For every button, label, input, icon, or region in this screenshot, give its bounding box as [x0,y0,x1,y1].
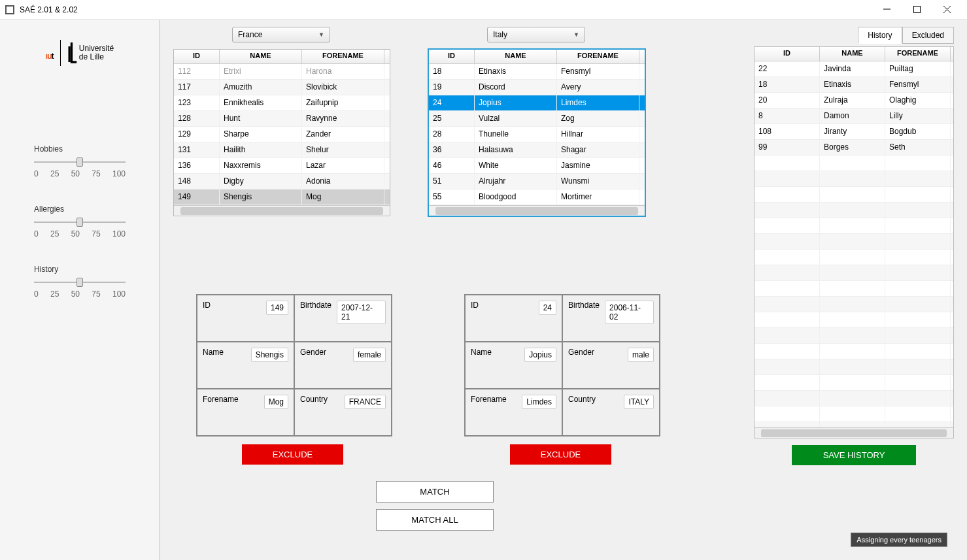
table-row[interactable]: 117AmuzithSlovibick [174,80,390,95]
detail-name-value: Jopius [524,348,556,362]
table-row[interactable]: 136NaxxremisLazar [174,158,390,174]
table-row[interactable]: 24JopiusLimdes [429,95,645,111]
table-row[interactable] [755,312,953,328]
detail-gender-value: male [628,348,654,362]
table-row[interactable] [755,265,953,281]
table-row[interactable]: 131HailithShelur [174,142,390,158]
table-row[interactable]: 8DamonLilly [755,108,953,124]
table-row[interactable] [755,406,953,422]
exclude-right-button[interactable]: EXCLUDE [510,444,611,465]
table-row[interactable] [755,156,953,171]
right-table[interactable]: ID NAME FORENAME 18EtinaxisFensmyl19Disc… [428,49,645,216]
match-button[interactable]: MATCH [376,481,494,502]
slider-track[interactable] [34,157,126,167]
table-row[interactable]: 18EtinaxisFensmyl [755,77,953,93]
table-row[interactable] [755,344,953,359]
detail-birthdate: Birthdate2007-12-21 [294,295,392,342]
match-all-button[interactable]: MATCH ALL [376,509,494,531]
table-row[interactable]: 148DigbyAdonia [174,174,390,189]
detail-birthdate-value: 2007-12-21 [337,301,386,324]
maximize-button[interactable] [902,0,932,20]
detail-gender: Gendermale [562,342,660,389]
detail-country-value: ITALY [624,395,654,409]
tab-excluded[interactable]: Excluded [902,27,954,44]
table-row[interactable]: 112EtrixiHarona [174,64,390,80]
col-forename[interactable]: FORENAME [885,47,951,61]
table-row[interactable]: 22JavindaPuiltag [755,61,953,77]
sidebar: ıut |⎣ Universitéde Lille Hobbies 025507… [0,20,160,560]
exclude-left-button[interactable]: EXCLUDE [242,444,343,465]
col-id[interactable]: ID [174,50,220,63]
table-row[interactable]: 149ShengisMog [174,189,390,205]
detail-forename: ForenameLimdes [465,389,562,436]
detail-name: NameJopius [465,342,562,389]
close-button[interactable] [932,0,962,20]
col-name[interactable]: NAME [475,50,557,63]
left-country-combo[interactable]: France ▼ [232,27,330,42]
slider-track[interactable] [34,278,126,287]
table-row[interactable]: 25VulzalZog [429,111,645,127]
detail-country-value: FRANCE [345,395,386,409]
table-row[interactable] [755,359,953,375]
table-row[interactable]: 20ZulrajaOlaghig [755,93,953,108]
detail-forename-value: Limdes [522,395,556,409]
detail-id-value: 24 [539,301,556,315]
table-row[interactable] [755,218,953,234]
detail-id: ID149 [197,295,294,342]
col-name[interactable]: NAME [220,50,302,63]
slider-track[interactable] [34,218,126,227]
right-detail-card: ID24Birthdate2006-11-02NameJopiusGenderm… [464,294,660,436]
table-row[interactable] [755,187,953,203]
slider-label: Hobbies [34,144,126,154]
table-row[interactable]: 129SharpeZander [174,127,390,142]
logo: ıut |⎣ Universitéde Lille [46,40,114,66]
table-row[interactable] [755,328,953,344]
table-row[interactable] [755,422,953,427]
window-title: SAÉ 2.01 & 2.02 [20,5,872,14]
detail-name: NameShengis [197,342,294,389]
col-forename[interactable]: FORENAME [302,50,384,63]
slider-allergies: Allergies 0255075100 [34,205,126,239]
app-icon [5,5,14,14]
univ-mark-icon: |⎣ [67,43,75,63]
table-row[interactable]: 108JirantyBogdub [755,124,953,140]
table-row[interactable] [755,203,953,218]
table-row[interactable]: 55BloodgoodMortimer [429,189,645,205]
hscroll[interactable] [755,427,953,438]
table-row[interactable]: 19DiscordAvery [429,80,645,95]
table-row[interactable] [755,281,953,297]
col-id[interactable]: ID [755,47,820,61]
svg-rect-1 [913,7,920,13]
table-row[interactable] [755,375,953,391]
hscroll[interactable] [429,205,645,216]
table-row[interactable]: 46WhiteJasmine [429,158,645,174]
table-row[interactable] [755,250,953,265]
tab-history[interactable]: History [858,27,902,44]
history-table[interactable]: ID NAME FORENAME 22JavindaPuiltag18Etina… [754,46,954,438]
tooltip: Assigning every teenagers [851,533,947,547]
slider-label: History [34,265,126,274]
detail-id-value: 149 [266,301,288,315]
table-row[interactable]: 18EtinaxisFensmyl [429,64,645,80]
col-name[interactable]: NAME [820,47,885,61]
detail-birthdate-value: 2006-11-02 [605,301,654,324]
table-row[interactable] [755,234,953,250]
table-row[interactable]: 36HalasuwaShagar [429,142,645,158]
hscroll[interactable] [174,205,390,216]
table-row[interactable] [755,391,953,406]
right-country-combo[interactable]: Italy ▼ [487,27,585,42]
col-forename[interactable]: FORENAME [557,50,639,63]
minimize-button[interactable] [872,0,902,20]
chevron-down-icon: ▼ [573,31,579,38]
col-id[interactable]: ID [429,50,475,63]
table-row[interactable] [755,297,953,312]
table-row[interactable]: 123EnnikhealisZaifupnip [174,95,390,111]
left-detail-card: ID149Birthdate2007-12-21NameShengisGende… [196,294,392,436]
save-history-button[interactable]: SAVE HISTORY [792,445,916,465]
table-row[interactable]: 128HuntRavynne [174,111,390,127]
table-row[interactable]: 99BorgesSeth [755,140,953,156]
left-table[interactable]: ID NAME FORENAME 112EtrixiHarona117Amuzi… [173,49,390,216]
table-row[interactable]: 28ThunelleHillnar [429,127,645,142]
table-row[interactable] [755,171,953,187]
table-row[interactable]: 51AlrujahrWunsmi [429,174,645,189]
